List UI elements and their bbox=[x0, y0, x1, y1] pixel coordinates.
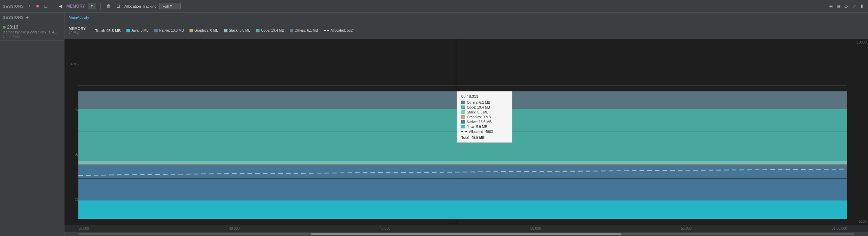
tooltip-code-row: Code: 19.4 MB bbox=[461, 105, 508, 109]
stack-label: Stack: 0.5 MB bbox=[229, 29, 250, 32]
tooltip-native-label: Native: 13.6 MB bbox=[467, 120, 491, 124]
right-axis: 10000 5000 bbox=[847, 39, 868, 225]
export-button[interactable]: ⊡ bbox=[115, 3, 122, 9]
main-layout: SESSIONS + 20:16 learneassyjoke (Google … bbox=[0, 13, 868, 236]
memory-label: MEMORY bbox=[67, 4, 85, 9]
tooltip-code-label: Code: 19.4 MB bbox=[467, 105, 490, 109]
session-duration: 1 min 4 sec bbox=[3, 34, 61, 38]
tooltip-others-color bbox=[461, 101, 465, 104]
sessions-label: SESSIONS bbox=[3, 4, 24, 8]
zoom-in-button[interactable]: ⊕ bbox=[836, 3, 842, 10]
x-label-35000: 35,000 bbox=[78, 227, 89, 230]
java-label: Java: 6 MB bbox=[131, 29, 149, 32]
right-val-10000: 10000 bbox=[848, 40, 867, 44]
memory-mb-label: 64 MB bbox=[69, 31, 90, 34]
x-label-55000: 55,000 bbox=[681, 227, 692, 230]
tooltip-java-color bbox=[461, 125, 465, 128]
x-label-45000: 45,000 bbox=[380, 227, 390, 230]
y-label-32: 32 bbox=[64, 152, 80, 156]
sidebar: SESSIONS + 20:16 learneassyjoke (Google … bbox=[0, 13, 64, 236]
code-color bbox=[256, 29, 259, 32]
others-label: Others: 6.1 MB bbox=[295, 29, 318, 32]
chart-area[interactable]: 64 MB 48 32 16 10000 5000 bbox=[64, 39, 868, 225]
session-active-indicator bbox=[3, 26, 6, 29]
divider-1 bbox=[53, 3, 53, 10]
back-button[interactable]: ◀ bbox=[57, 3, 64, 9]
activity-name: MainActivity bbox=[69, 15, 89, 19]
allocated-dashed-icon bbox=[324, 30, 329, 31]
tooltip-total: Total: 45.5 MB bbox=[461, 136, 508, 140]
record-button[interactable]: ■ bbox=[35, 3, 40, 9]
stack-color bbox=[224, 29, 227, 32]
session-name: learneassyjoke (Google Nexus_4.... bbox=[3, 30, 61, 34]
native-color bbox=[154, 29, 158, 32]
tooltip-allocated-label: Allocated: 4963 bbox=[469, 130, 493, 134]
tooltip-java-row: Java: 5.9 MB bbox=[461, 125, 508, 129]
tooltip-graphics-label: Graphics: 0 MB bbox=[467, 115, 491, 119]
sessions-header: SESSIONS + bbox=[0, 13, 64, 22]
reset-zoom-button[interactable]: ⟳ bbox=[844, 3, 849, 10]
allocated-label: Allocated: 5624 bbox=[331, 29, 355, 32]
tooltip-allocated-row: Allocated: 4963 bbox=[461, 130, 508, 134]
tooltip-allocated-dashed-icon bbox=[461, 131, 467, 132]
x-label-40000: 40,000 bbox=[229, 227, 240, 230]
stack-stat: Stack: 0.5 MB bbox=[224, 29, 250, 32]
total-label: Total: 45.5 MB bbox=[95, 29, 121, 33]
tooltip-code-color bbox=[461, 105, 465, 109]
tooltip: 00:48.011 Others: 6.1 MB Code: 19.4 MB S… bbox=[457, 91, 512, 143]
code-label: Code: 19.4 MB bbox=[261, 29, 284, 32]
session-time: 20:16 bbox=[3, 24, 61, 30]
java-color bbox=[126, 29, 130, 32]
divider-2 bbox=[100, 3, 101, 10]
add-session-button[interactable]: + bbox=[26, 3, 32, 9]
java-stat: Java: 6 MB bbox=[126, 29, 149, 32]
tooltip-native-row: Native: 13.6 MB bbox=[461, 120, 508, 124]
x-axis: 35,000 40,000 45,000 50,000 55,000 01:00… bbox=[64, 225, 868, 232]
native-label: Native: 13.6 MB bbox=[159, 29, 184, 32]
y-label-64: 64 MB bbox=[64, 62, 80, 66]
x-label-50000: 50,000 bbox=[530, 227, 541, 230]
tooltip-others-row: Others: 6.1 MB bbox=[461, 101, 508, 104]
right-controls: ⊖ ⊕ ⟳ ⤢ ⏸ bbox=[828, 3, 865, 10]
graphics-stat: Graphics: 0 MB bbox=[189, 29, 218, 32]
others-stat: Others: 6.1 MB bbox=[290, 29, 318, 32]
others-color bbox=[290, 29, 293, 32]
full-dropdown-arrow-icon: ▾ bbox=[170, 4, 172, 8]
delete-button[interactable]: 🗑 bbox=[105, 3, 112, 9]
allocated-stat: Allocated: 5624 bbox=[324, 29, 355, 32]
tooltip-graphics-row: Graphics: 0 MB bbox=[461, 115, 508, 119]
tooltip-java-label: Java: 5.9 MB bbox=[467, 125, 487, 129]
y-label-48: 48 bbox=[64, 108, 80, 111]
pause-button[interactable]: ⏸ bbox=[859, 3, 865, 10]
session-item[interactable]: 20:16 learneassyjoke (Google Nexus_4....… bbox=[0, 22, 64, 41]
sidebar-sessions-title: SESSIONS bbox=[3, 15, 24, 19]
x-label-60000: 01:00.000 bbox=[832, 227, 847, 230]
scrollbar-track[interactable] bbox=[78, 233, 854, 235]
y-axis: 64 MB 48 32 16 bbox=[64, 39, 80, 225]
x-labels-row: 35,000 40,000 45,000 50,000 55,000 01:00… bbox=[78, 227, 847, 230]
full-dropdown-button[interactable]: Full ▾ bbox=[159, 3, 181, 9]
tooltip-stack-color bbox=[461, 110, 465, 114]
allocation-tracking-label: Allocation Tracking bbox=[124, 4, 156, 8]
memory-dropdown[interactable]: ▾ bbox=[88, 3, 96, 9]
right-val-5000: 5000 bbox=[848, 220, 867, 223]
scrollbar-thumb[interactable] bbox=[311, 233, 621, 235]
tooltip-stack-label: Stack: 0.5 MB bbox=[467, 110, 488, 114]
activity-bar: MainActivity bbox=[64, 13, 868, 22]
y-label-16: 16 bbox=[64, 198, 80, 202]
full-label: Full bbox=[162, 4, 169, 8]
graphics-label: Graphics: 0 MB bbox=[194, 29, 218, 32]
tooltip-others-label: Others: 6.1 MB bbox=[467, 101, 490, 104]
tooltip-stack-row: Stack: 0.5 MB bbox=[461, 110, 508, 114]
dropdown-arrow-icon: ▾ bbox=[91, 4, 93, 8]
scrollbar-area[interactable] bbox=[64, 232, 868, 236]
native-stat: Native: 13.6 MB bbox=[154, 29, 184, 32]
collapse-button[interactable]: ⤢ bbox=[851, 3, 857, 10]
chart-wrapper: 64 MB 48 32 16 10000 5000 bbox=[64, 39, 868, 236]
add-session-sidebar-button[interactable]: + bbox=[26, 15, 29, 20]
content-area: MainActivity MEMORY 64 MB Total: 45.5 MB… bbox=[64, 13, 868, 236]
stop-button[interactable]: □ bbox=[43, 3, 49, 9]
zoom-out-button[interactable]: ⊖ bbox=[828, 3, 834, 10]
top-bar: SESSIONS + ■ □ ◀ MEMORY ▾ 🗑 ⊡ Allocation… bbox=[0, 0, 868, 13]
session-time-value: 20:16 bbox=[7, 24, 18, 30]
